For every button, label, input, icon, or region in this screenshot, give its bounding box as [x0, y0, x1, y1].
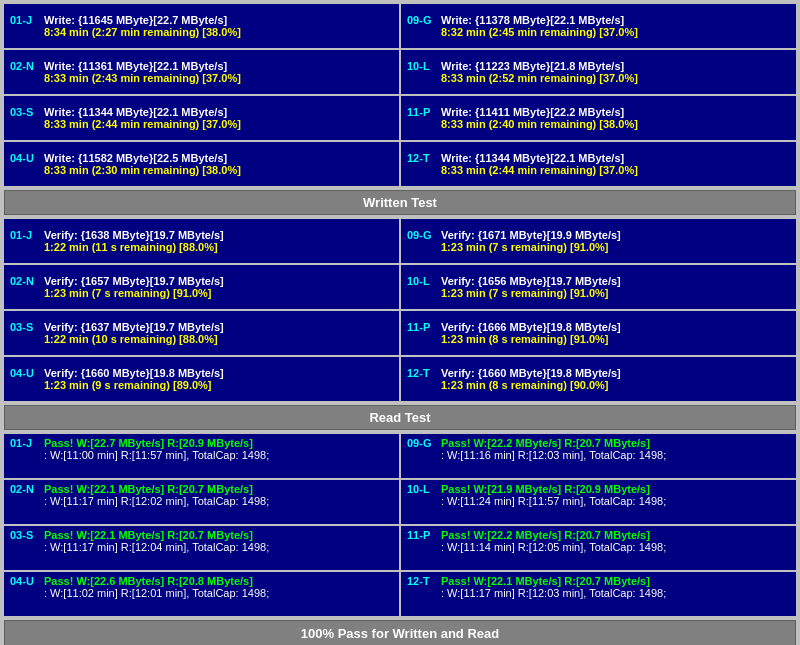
- written-test-header: Written Test: [4, 190, 796, 215]
- write-10l-line1: Write: {11223 MByte}[21.8 MByte/s]: [441, 60, 624, 72]
- card-11p-pass: 11-P Pass! W:[22.2 MByte/s] R:[20.7 MByt…: [401, 526, 796, 570]
- write-04u-line2: 8:33 min (2:30 min remaining) [38.0%]: [44, 164, 393, 176]
- pass-04u-line1: Pass! W:[22.6 MByte/s] R:[20.8 MByte/s]: [44, 575, 253, 587]
- pass-10l-line1: Pass! W:[21.9 MByte/s] R:[20.9 MByte/s]: [441, 483, 650, 495]
- verify-02n-line2: 1:23 min (7 s remaining) [91.0%]: [44, 287, 393, 299]
- verify-02n-line1: Verify: {1657 MByte}[19.7 MByte/s]: [44, 275, 224, 287]
- pass-02n-line1: Pass! W:[22.1 MByte/s] R:[20.7 MByte/s]: [44, 483, 253, 495]
- label-04u-v: 04-U: [10, 367, 38, 379]
- pass-03s-line2: : W:[11:17 min] R:[12:04 min], TotalCap:…: [44, 541, 393, 553]
- main-container: 01-J Write: {11645 MByte}[22.7 MByte/s] …: [0, 0, 800, 645]
- read-test-header: Read Test: [4, 405, 796, 430]
- card-12t-verify: 12-T Verify: {1660 MByte}[19.8 MByte/s] …: [401, 357, 796, 401]
- label-11p-p: 11-P: [407, 529, 435, 541]
- card-01j-verify: 01-J Verify: {1638 MByte}[19.7 MByte/s] …: [4, 219, 399, 263]
- card-01j-pass: 01-J Pass! W:[22.7 MByte/s] R:[20.9 MByt…: [4, 434, 399, 478]
- pass-04u-line2: : W:[11:02 min] R:[12:01 min], TotalCap:…: [44, 587, 393, 599]
- label-11p: 11-P: [407, 106, 435, 118]
- write-section-grid: 01-J Write: {11645 MByte}[22.7 MByte/s] …: [4, 4, 796, 186]
- label-02n: 02-N: [10, 60, 38, 72]
- card-03s-verify: 03-S Verify: {1637 MByte}[19.7 MByte/s] …: [4, 311, 399, 355]
- write-04u-line1: Write: {11582 MByte}[22.5 MByte/s]: [44, 152, 227, 164]
- pass-09g-line1: Pass! W:[22.2 MByte/s] R:[20.7 MByte/s]: [441, 437, 650, 449]
- label-09g-p: 09-G: [407, 437, 435, 449]
- verify-01j-line1: Verify: {1638 MByte}[19.7 MByte/s]: [44, 229, 224, 241]
- card-02n-write: 02-N Write: {11361 MByte}[22.1 MByte/s] …: [4, 50, 399, 94]
- card-10l-verify: 10-L Verify: {1656 MByte}[19.7 MByte/s] …: [401, 265, 796, 309]
- write-12t-line2: 8:33 min (2:44 min remaining) [37.0%]: [441, 164, 790, 176]
- label-04u: 04-U: [10, 152, 38, 164]
- label-02n-v: 02-N: [10, 275, 38, 287]
- label-10l-v: 10-L: [407, 275, 435, 287]
- verify-section-grid: 01-J Verify: {1638 MByte}[19.7 MByte/s] …: [4, 219, 796, 401]
- label-01j-p: 01-J: [10, 437, 38, 449]
- label-09g: 09-G: [407, 14, 435, 26]
- label-01j-v: 01-J: [10, 229, 38, 241]
- verify-10l-line2: 1:23 min (7 s remaining) [91.0%]: [441, 287, 790, 299]
- label-12t: 12-T: [407, 152, 435, 164]
- label-02n-p: 02-N: [10, 483, 38, 495]
- pass-02n-line2: : W:[11:17 min] R:[12:02 min], TotalCap:…: [44, 495, 393, 507]
- pass-12t-line1: Pass! W:[22.1 MByte/s] R:[20.7 MByte/s]: [441, 575, 650, 587]
- write-09g-line2: 8:32 min (2:45 min remaining) [37.0%]: [441, 26, 790, 38]
- write-11p-line2: 8:33 min (2:40 min remaining) [38.0%]: [441, 118, 790, 130]
- card-04u-pass: 04-U Pass! W:[22.6 MByte/s] R:[20.8 MByt…: [4, 572, 399, 616]
- verify-12t-line2: 1:23 min (8 s remaining) [90.0%]: [441, 379, 790, 391]
- verify-09g-line2: 1:23 min (7 s remaining) [91.0%]: [441, 241, 790, 253]
- write-02n-line2: 8:33 min (2:43 min remaining) [37.0%]: [44, 72, 393, 84]
- write-11p-line1: Write: {11411 MByte}[22.2 MByte/s]: [441, 106, 624, 118]
- write-03s-line1: Write: {11344 MByte}[22.1 MByte/s]: [44, 106, 227, 118]
- write-12t-line1: Write: {11344 MByte}[22.1 MByte/s]: [441, 152, 624, 164]
- verify-03s-line2: 1:22 min (10 s remaining) [88.0%]: [44, 333, 393, 345]
- card-12t-pass: 12-T Pass! W:[22.1 MByte/s] R:[20.7 MByt…: [401, 572, 796, 616]
- pass-03s-line1: Pass! W:[22.1 MByte/s] R:[20.7 MByte/s]: [44, 529, 253, 541]
- verify-11p-line1: Verify: {1666 MByte}[19.8 MByte/s]: [441, 321, 621, 333]
- verify-04u-line2: 1:23 min (9 s remaining) [89.0%]: [44, 379, 393, 391]
- label-03s: 03-S: [10, 106, 38, 118]
- verify-10l-line1: Verify: {1656 MByte}[19.7 MByte/s]: [441, 275, 621, 287]
- pass-10l-line2: : W:[11:24 min] R:[11:57 min], TotalCap:…: [441, 495, 790, 507]
- card-09g-verify: 09-G Verify: {1671 MByte}[19.9 MByte/s] …: [401, 219, 796, 263]
- card-10l-write: 10-L Write: {11223 MByte}[21.8 MByte/s] …: [401, 50, 796, 94]
- verify-04u-line1: Verify: {1660 MByte}[19.8 MByte/s]: [44, 367, 224, 379]
- pass-01j-line2: : W:[11:00 min] R:[11:57 min], TotalCap:…: [44, 449, 393, 461]
- write-10l-line2: 8:33 min (2:52 min remaining) [37.0%]: [441, 72, 790, 84]
- write-09g-line1: Write: {11378 MByte}[22.1 MByte/s]: [441, 14, 624, 26]
- card-11p-verify: 11-P Verify: {1666 MByte}[19.8 MByte/s] …: [401, 311, 796, 355]
- verify-01j-line2: 1:22 min (11 s remaining) [88.0%]: [44, 241, 393, 253]
- label-12t-v: 12-T: [407, 367, 435, 379]
- card-03s-write: 03-S Write: {11344 MByte}[22.1 MByte/s] …: [4, 96, 399, 140]
- pass-01j-line1: Pass! W:[22.7 MByte/s] R:[20.9 MByte/s]: [44, 437, 253, 449]
- write-02n-line1: Write: {11361 MByte}[22.1 MByte/s]: [44, 60, 227, 72]
- card-04u-verify: 04-U Verify: {1660 MByte}[19.8 MByte/s] …: [4, 357, 399, 401]
- write-01j-line2: 8:34 min (2:27 min remaining) [38.0%]: [44, 26, 393, 38]
- label-03s-p: 03-S: [10, 529, 38, 541]
- card-12t-write: 12-T Write: {11344 MByte}[22.1 MByte/s] …: [401, 142, 796, 186]
- card-09g-pass: 09-G Pass! W:[22.2 MByte/s] R:[20.7 MByt…: [401, 434, 796, 478]
- pass-12t-line2: : W:[11:17 min] R:[12:03 min], TotalCap:…: [441, 587, 790, 599]
- card-02n-verify: 02-N Verify: {1657 MByte}[19.7 MByte/s] …: [4, 265, 399, 309]
- label-11p-v: 11-P: [407, 321, 435, 333]
- verify-03s-line1: Verify: {1637 MByte}[19.7 MByte/s]: [44, 321, 224, 333]
- read-section-grid: 01-J Pass! W:[22.7 MByte/s] R:[20.9 MByt…: [4, 434, 796, 616]
- card-01j-write: 01-J Write: {11645 MByte}[22.7 MByte/s] …: [4, 4, 399, 48]
- write-03s-line2: 8:33 min (2:44 min remaining) [37.0%]: [44, 118, 393, 130]
- label-03s-v: 03-S: [10, 321, 38, 333]
- card-03s-pass: 03-S Pass! W:[22.1 MByte/s] R:[20.7 MByt…: [4, 526, 399, 570]
- pass-11p-line1: Pass! W:[22.2 MByte/s] R:[20.7 MByte/s]: [441, 529, 650, 541]
- label-01j: 01-J: [10, 14, 38, 26]
- footer-status: 100% Pass for Written and Read: [4, 620, 796, 645]
- verify-12t-line1: Verify: {1660 MByte}[19.8 MByte/s]: [441, 367, 621, 379]
- write-01j-line1: Write: {11645 MByte}[22.7 MByte/s]: [44, 14, 227, 26]
- label-12t-p: 12-T: [407, 575, 435, 587]
- card-11p-write: 11-P Write: {11411 MByte}[22.2 MByte/s] …: [401, 96, 796, 140]
- card-09g-write: 09-G Write: {11378 MByte}[22.1 MByte/s] …: [401, 4, 796, 48]
- card-10l-pass: 10-L Pass! W:[21.9 MByte/s] R:[20.9 MByt…: [401, 480, 796, 524]
- card-04u-write: 04-U Write: {11582 MByte}[22.5 MByte/s] …: [4, 142, 399, 186]
- pass-11p-line2: : W:[11:14 min] R:[12:05 min], TotalCap:…: [441, 541, 790, 553]
- verify-09g-line1: Verify: {1671 MByte}[19.9 MByte/s]: [441, 229, 621, 241]
- label-04u-p: 04-U: [10, 575, 38, 587]
- label-10l: 10-L: [407, 60, 435, 72]
- label-09g-v: 09-G: [407, 229, 435, 241]
- card-02n-pass: 02-N Pass! W:[22.1 MByte/s] R:[20.7 MByt…: [4, 480, 399, 524]
